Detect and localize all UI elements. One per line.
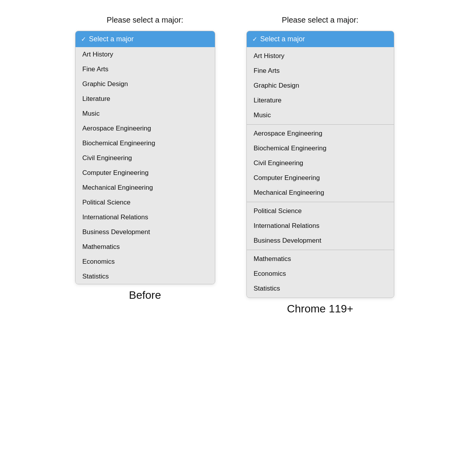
list-item[interactable]: Biochemical Engineering [247,141,394,156]
before-dropdown-box[interactable]: ✓ Select a major Art HistoryFine ArtsGra… [75,31,215,284]
page-container: Please select a major: ✓ Select a major … [21,16,449,318]
list-item[interactable]: Fine Arts [76,62,215,77]
option-group-math: MathematicsEconomicsStatistics [247,250,394,298]
list-item[interactable]: Economics [76,254,215,269]
checkmark-icon-right: ✓ [252,35,257,43]
list-item[interactable]: Computer Engineering [76,166,215,180]
list-item[interactable]: Mechanical Engineering [76,180,215,195]
list-item[interactable]: Civil Engineering [76,151,215,166]
list-item[interactable]: Computer Engineering [247,171,394,185]
list-item[interactable]: Aerospace Engineering [76,121,215,136]
list-item[interactable]: Business Development [76,225,215,240]
before-selected-label: Select a major [89,35,134,43]
after-column: Please select a major: ✓ Select a major … [246,16,394,318]
after-selected-option[interactable]: ✓ Select a major [247,31,394,47]
list-item[interactable]: Music [247,108,394,123]
option-group-engineering: Aerospace EngineeringBiochemical Enginee… [247,124,394,202]
before-column: Please select a major: ✓ Select a major … [75,16,215,305]
list-item[interactable]: Economics [247,266,394,281]
list-item[interactable]: Literature [76,92,215,106]
list-item[interactable]: Statistics [76,269,215,284]
list-item[interactable]: Political Science [76,195,215,210]
list-item[interactable]: Political Science [247,204,394,219]
option-group-social: Political ScienceInternational Relations… [247,202,394,250]
list-item[interactable]: Graphic Design [76,77,215,92]
list-item[interactable]: Fine Arts [247,63,394,78]
list-item[interactable]: Statistics [247,281,394,296]
list-item[interactable]: Literature [247,93,394,108]
list-item[interactable]: Music [76,106,215,121]
after-selected-label: Select a major [260,35,305,43]
list-item[interactable]: Art History [76,47,215,62]
list-item[interactable]: Aerospace Engineering [247,126,394,141]
option-group-arts: Art HistoryFine ArtsGraphic DesignLitera… [247,47,394,124]
list-item[interactable]: Biochemical Engineering [76,136,215,151]
before-options-list: Art HistoryFine ArtsGraphic DesignLitera… [76,47,215,284]
before-footer-label: Before [129,289,161,301]
after-dropdown-box[interactable]: ✓ Select a major Art HistoryFine ArtsGra… [246,31,394,298]
after-groups-container: Art HistoryFine ArtsGraphic DesignLitera… [247,47,394,298]
before-selected-option[interactable]: ✓ Select a major [76,31,215,47]
list-item[interactable]: Art History [247,49,394,63]
list-item[interactable]: Business Development [247,233,394,248]
list-item[interactable]: International Relations [76,210,215,225]
after-dropdown-label: Please select a major: [282,16,358,25]
after-footer-label: Chrome 119+ [287,303,353,315]
list-item[interactable]: International Relations [247,219,394,233]
list-item[interactable]: Mathematics [247,252,394,266]
list-item[interactable]: Mathematics [76,240,215,254]
list-item[interactable]: Graphic Design [247,78,394,93]
before-dropdown-label: Please select a major: [107,16,183,25]
checkmark-icon: ✓ [81,35,86,43]
list-item[interactable]: Mechanical Engineering [247,185,394,200]
list-item[interactable]: Civil Engineering [247,156,394,171]
